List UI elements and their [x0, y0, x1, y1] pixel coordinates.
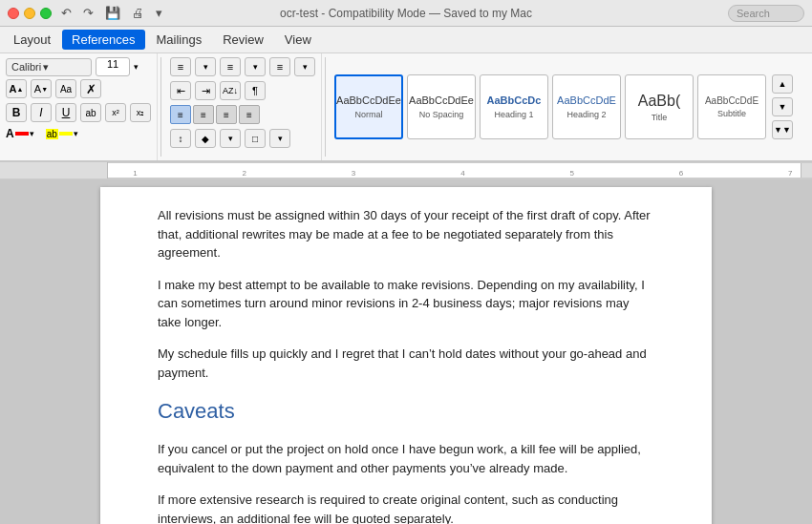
menu-layout[interactable]: Layout: [4, 30, 60, 50]
menu-mailings[interactable]: Mailings: [147, 30, 212, 50]
sort-button[interactable]: AZ↓: [220, 81, 241, 100]
quick-access-toolbar: ↶ ↷ 💾 🖨 ▾: [57, 4, 166, 22]
title-bar-right: Search: [728, 5, 804, 22]
highlight-button[interactable]: ab ▾: [46, 129, 78, 139]
bullets-button[interactable]: ≡: [170, 57, 191, 76]
change-case-button[interactable]: Aa: [55, 79, 76, 98]
borders-button[interactable]: □: [245, 129, 266, 148]
window-title: ocr-test - Compatibility Mode — Saved to…: [280, 7, 532, 20]
subscript-button[interactable]: x₂: [130, 103, 151, 122]
font-section: Calibri ▾ 11 ▾ A▲ A▼ Aa ✗ B I U ab x² x₂…: [0, 53, 158, 160]
justify-button[interactable]: ≡: [239, 105, 260, 124]
highlight-dropdown[interactable]: ▾: [74, 129, 78, 138]
ribbon: Calibri ▾ 11 ▾ A▲ A▼ Aa ✗ B I U ab x² x₂…: [0, 53, 812, 162]
clear-format-button[interactable]: ✗: [80, 79, 101, 98]
show-formatting-button[interactable]: ¶: [245, 81, 266, 100]
paragraph-3: My schedule fills up quickly and I regre…: [158, 345, 654, 382]
paragraph-4-text: If you cancel or put the project on hold…: [158, 442, 641, 475]
menu-review[interactable]: Review: [213, 30, 273, 50]
ruler-gray-margin-left: [0, 162, 108, 178]
style-no-spacing-label: No Spacing: [419, 110, 464, 119]
style-heading1-preview: AaBbCcDc: [487, 94, 542, 107]
styles-expand[interactable]: ▼▼: [772, 120, 793, 139]
paragraph-5: If more extensive research is required t…: [158, 491, 654, 524]
style-normal[interactable]: AaBbCcDdEe Normal: [334, 74, 403, 139]
ruler-marks: 1234567: [108, 163, 812, 178]
font-shrink-button[interactable]: A▼: [31, 79, 52, 98]
search-box[interactable]: Search: [728, 5, 804, 22]
align-left-button[interactable]: ≡: [170, 105, 191, 124]
numbered-dropdown[interactable]: ▾: [245, 57, 266, 76]
paragraph-2: I make my best attempt to be available t…: [158, 276, 654, 332]
styles-section: AaBbCcDdEe Normal AaBbCcDdEe No Spacing …: [329, 53, 812, 160]
style-title[interactable]: AaBb( Title: [625, 74, 694, 139]
style-subtitle[interactable]: AaBbCcDdE Subtitle: [697, 74, 766, 139]
styles-scroll-down[interactable]: ▼: [772, 97, 793, 116]
ruler-white-area[interactable]: 1234567: [108, 162, 812, 178]
font-dropdown-icon: ▾: [43, 61, 49, 73]
paragraph-section: ≡ ▾ ≡ ▾ ≡ ▾ ⇤ ⇥ AZ↓ ¶ ≡ ≡ ≡ ≡ ↕ ◆ ▾ □ ▾: [164, 53, 322, 160]
style-heading2[interactable]: AaBbCcDdE Heading 2: [552, 74, 621, 139]
highlight-swatch: [59, 132, 73, 136]
ribbon-divider-1: [160, 57, 161, 157]
font-name-dropdown[interactable]: Calibri ▾: [6, 58, 92, 76]
align-right-button[interactable]: ≡: [216, 105, 237, 124]
styles-scroll-up[interactable]: ▲: [772, 74, 793, 94]
bold-button[interactable]: B: [6, 103, 27, 122]
toolbar-dropdown-icon[interactable]: ▾: [152, 4, 166, 22]
save-button[interactable]: 💾: [101, 4, 124, 22]
shading-button[interactable]: ◆: [195, 129, 216, 148]
multilevel-dropdown[interactable]: ▾: [294, 57, 315, 76]
italic-button[interactable]: I: [31, 103, 52, 122]
style-subtitle-label: Subtitle: [717, 109, 746, 118]
paragraph-4: If you cancel or put the project on hold…: [158, 440, 654, 477]
style-title-label: Title: [652, 113, 668, 122]
style-no-spacing-preview: AaBbCcDdEe: [409, 94, 474, 107]
redo-button[interactable]: ↷: [79, 4, 97, 22]
style-heading1-label: Heading 1: [494, 110, 533, 119]
style-title-preview: AaBb(: [638, 92, 680, 110]
print-button[interactable]: 🖨: [128, 4, 148, 22]
underline-button[interactable]: U: [55, 103, 76, 122]
heading-caveats-text: Caveats: [158, 399, 235, 423]
font-size-input[interactable]: 11: [96, 57, 130, 76]
traffic-lights: [8, 8, 52, 19]
ribbon-divider-2: [325, 57, 326, 157]
minimize-button[interactable]: [24, 8, 35, 19]
decrease-indent-button[interactable]: ⇤: [170, 81, 191, 100]
borders-dropdown[interactable]: ▾: [269, 129, 290, 148]
font-color-button[interactable]: A ▾: [6, 127, 34, 140]
paragraph-2-text: I make my best attempt to be available t…: [158, 278, 645, 329]
document-area[interactable]: All revisions must be assigned within 30…: [0, 179, 812, 524]
bullets-dropdown[interactable]: ▾: [195, 57, 216, 76]
paragraph-5-text: If more extensive research is required t…: [158, 493, 618, 524]
align-center-button[interactable]: ≡: [193, 105, 214, 124]
style-normal-label: Normal: [354, 110, 382, 119]
font-size-dropdown-icon[interactable]: ▾: [134, 62, 139, 72]
shading-dropdown[interactable]: ▾: [220, 129, 241, 148]
line-spacing-button[interactable]: ↕: [170, 129, 191, 148]
document-page: All revisions must be assigned within 30…: [100, 187, 712, 524]
menu-references[interactable]: References: [62, 30, 144, 50]
menu-view[interactable]: View: [275, 30, 321, 50]
superscript-button[interactable]: x²: [105, 103, 126, 122]
font-color-dropdown[interactable]: ▾: [30, 129, 34, 138]
font-grow-button[interactable]: A▲: [6, 79, 27, 98]
ruler: 1234567: [0, 162, 812, 179]
font-color-swatch: [15, 132, 29, 136]
close-button[interactable]: [8, 8, 19, 19]
style-no-spacing[interactable]: AaBbCcDdEe No Spacing: [407, 74, 476, 139]
style-heading1[interactable]: AaBbCcDc Heading 1: [480, 74, 548, 139]
style-subtitle-preview: AaBbCcDdE: [705, 95, 759, 107]
title-bar-left: ↶ ↷ 💾 🖨 ▾: [8, 4, 166, 22]
maximize-button[interactable]: [40, 8, 52, 19]
style-heading2-preview: AaBbCcDdE: [557, 94, 616, 107]
multilevel-button[interactable]: ≡: [269, 57, 290, 76]
undo-button[interactable]: ↶: [57, 4, 75, 22]
numbered-button[interactable]: ≡: [220, 57, 241, 76]
paragraph-3-text: My schedule fills up quickly and I regre…: [158, 346, 647, 380]
heading-caveats: Caveats: [158, 395, 654, 427]
menu-bar: Layout References Mailings Review View: [0, 27, 812, 53]
strikethrough-button[interactable]: ab: [80, 103, 101, 122]
increase-indent-button[interactable]: ⇥: [195, 81, 216, 100]
